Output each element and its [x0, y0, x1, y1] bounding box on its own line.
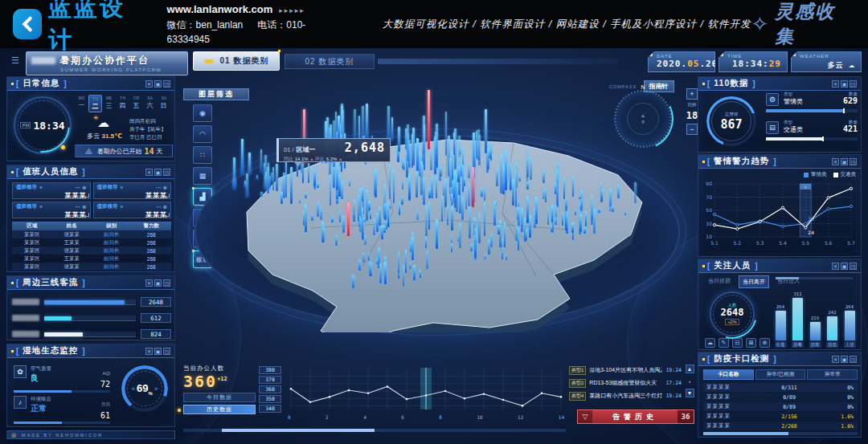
tab-data-category-2[interactable]: 02 数据类别 — [285, 54, 375, 69]
more-icon[interactable]: ⋯ — [156, 185, 162, 191]
sparkle-icon: ✧ — [751, 12, 769, 37]
expand-icon[interactable]: ◳ — [850, 356, 857, 363]
map-column — [383, 226, 386, 233]
alert-row[interactable]: 类型4某路口有小汽车连闯三个红灯19:24 — [569, 390, 682, 401]
checkpoint-column-header[interactable]: 异常/已检测 — [755, 369, 806, 380]
zoom-in-button[interactable]: + — [686, 88, 698, 100]
duty-table-row[interactable]: 某某区王某某副局长268 — [12, 238, 171, 246]
expand-icon[interactable]: ◳ — [163, 348, 170, 355]
checkpoint-column-header[interactable]: 卡口名称 — [703, 369, 754, 380]
expand-icon[interactable]: ◳ — [163, 279, 170, 287]
duty-table-row[interactable]: 某某区张某某副局长268 — [12, 230, 171, 238]
gauge-right-arrow-icon[interactable]: ▹ — [155, 385, 158, 392]
weekday-cell[interactable]: MO一 — [75, 95, 88, 112]
today-data-button[interactable]: 今日数据 — [183, 393, 256, 402]
remove-icon[interactable]: ⊗ — [163, 204, 167, 210]
weekday-cell[interactable]: TH四 — [116, 95, 129, 112]
weekday-cell[interactable]: WE三 — [102, 95, 116, 112]
duty-card[interactable]: 值班领导»⋯⊗某某某 — [93, 202, 172, 218]
window-icon[interactable]: ▣ — [154, 80, 162, 88]
checkpoint-column-header[interactable]: 异常率 — [807, 369, 858, 380]
duty-card[interactable]: 值班领导»⋯⊗某某某 — [12, 182, 91, 199]
weekday-cell[interactable]: FR五 — [129, 95, 143, 112]
window-icon[interactable]: ▣ — [841, 263, 848, 270]
checkpoint-row[interactable]: 某某某某0/3110% — [703, 383, 858, 392]
scrollbar-thumb[interactable] — [222, 429, 375, 432]
focus-tab[interactable]: 当日离开 — [739, 275, 769, 288]
expand-icon[interactable]: ◳ — [850, 80, 857, 88]
map-column — [389, 203, 391, 209]
scrollbar-thumb[interactable] — [776, 277, 799, 279]
alert-history-banner[interactable]: ▽ 告警历史 36 — [577, 409, 694, 424]
target-icon[interactable]: ⊕ — [760, 338, 770, 348]
lock-icon[interactable]: ⊠ — [746, 338, 756, 348]
map-column — [469, 206, 471, 238]
close-icon[interactable]: ✕ — [832, 263, 839, 270]
window-icon[interactable]: ▣ — [154, 348, 162, 355]
weekday-en: SU — [161, 96, 166, 100]
map-column — [375, 169, 377, 198]
arrow-right-icon: » — [121, 185, 124, 190]
zoom-out-button[interactable]: − — [686, 124, 698, 135]
list-icon[interactable]: ☷ — [732, 338, 743, 348]
expand-icon[interactable]: ◳ — [850, 158, 857, 165]
expand-icon[interactable]: ◳ — [850, 263, 857, 270]
window-icon[interactable]: ▣ — [841, 158, 848, 165]
scroll-down-icon[interactable]: ▼ — [686, 389, 694, 397]
tab-data-category-1[interactable]: 01 数据类别 — [193, 51, 280, 71]
more-icon[interactable]: ⋯ — [156, 204, 162, 210]
remove-icon[interactable]: ⊗ — [82, 185, 86, 191]
weekday-cell[interactable]: TU二 — [88, 95, 102, 112]
window-icon[interactable]: ▣ — [841, 356, 848, 363]
checkpoint-row[interactable]: 某某某某2/1561.6% — [703, 412, 858, 421]
duty-table-row[interactable]: 某某区王某某副局长268 — [12, 255, 171, 263]
duty-card[interactable]: 值班领导»⋯⊗某某某 — [12, 202, 91, 218]
close-icon[interactable]: ✕ — [832, 80, 839, 88]
checkpoint-row[interactable]: 某某某某0/890% — [703, 402, 858, 411]
duty-card[interactable]: 值班领导»⋯⊗某某某 — [93, 182, 172, 199]
window-icon[interactable]: ▣ — [841, 80, 848, 88]
edit-icon[interactable]: ✎ — [719, 338, 729, 348]
compass-ring[interactable]: N ▵ ▿ — [614, 90, 672, 148]
scroll-up-icon[interactable]: ▲ — [686, 365, 694, 373]
remove-icon[interactable]: ⊗ — [163, 185, 167, 191]
close-icon[interactable]: ✕ — [145, 80, 153, 88]
map-column — [401, 196, 403, 206]
checkpoint-row[interactable]: 某某某某2/2681.6% — [703, 422, 858, 430]
tilt-down-icon[interactable]: ▿ — [641, 119, 645, 125]
window-icon[interactable]: ▣ — [154, 169, 162, 176]
focus-scrollbar[interactable] — [776, 277, 853, 279]
collection-brand[interactable]: ✧ 灵感收集 — [751, 0, 850, 49]
gauge-left-arrow-icon[interactable]: ◃ — [132, 385, 135, 392]
expand-icon[interactable]: ◳ — [163, 80, 170, 88]
alert-row[interactable]: 类型1湿地3-104片区有不明人员闯入19:24 — [569, 365, 682, 376]
close-icon[interactable]: ✕ — [145, 348, 153, 355]
duty-table-row[interactable]: 某某区张某某副局长268 — [12, 246, 171, 255]
window-icon[interactable]: ▣ — [154, 279, 162, 287]
close-icon[interactable]: ✕ — [145, 169, 153, 176]
cloud-icon[interactable]: ☁ — [705, 338, 715, 348]
cloud-icon: ☁ — [849, 59, 855, 70]
site-url[interactable]: www.lanlanwork.com — [167, 3, 273, 15]
focus-tab[interactable]: 当日抓获 — [705, 275, 734, 288]
close-icon[interactable]: ✕ — [832, 158, 839, 165]
checkpoint-scrollbar[interactable] — [703, 432, 858, 435]
duty-table-row[interactable]: 某某区张某某副局长268 — [12, 263, 171, 271]
close-icon[interactable]: ✕ — [145, 279, 153, 287]
alert-row[interactable]: 类型2RD13-53烟感报警疑似火灾17:24 — [569, 377, 682, 389]
more-icon[interactable]: ⋯ — [76, 185, 81, 191]
timeline-scrollbar[interactable] — [183, 429, 566, 432]
weekday-cell[interactable]: SU日 — [157, 95, 170, 112]
map-3d-view[interactable]: 01 / 区域一 2,648 同比 14.1% ▲ 环比 6.2% ▲ COMP… — [186, 77, 693, 363]
close-icon[interactable]: ✕ — [832, 356, 839, 363]
more-icon[interactable]: ⋯ — [76, 204, 81, 210]
checkpoint-row[interactable]: 某某某某0/890% — [703, 393, 858, 401]
expand-icon[interactable]: ◳ — [163, 169, 170, 176]
remove-icon[interactable]: ⊗ — [82, 204, 86, 210]
tilt-up-icon[interactable]: ▵ — [641, 112, 645, 119]
logo[interactable]: 蓝蓝设计 — [13, 0, 146, 56]
history-data-button[interactable]: 历史数据 — [183, 405, 256, 414]
weekday-cell[interactable]: SA六 — [143, 95, 157, 112]
menu-icon[interactable]: ☰ — [8, 55, 23, 66]
scrollbar-thumb[interactable] — [703, 432, 788, 435]
